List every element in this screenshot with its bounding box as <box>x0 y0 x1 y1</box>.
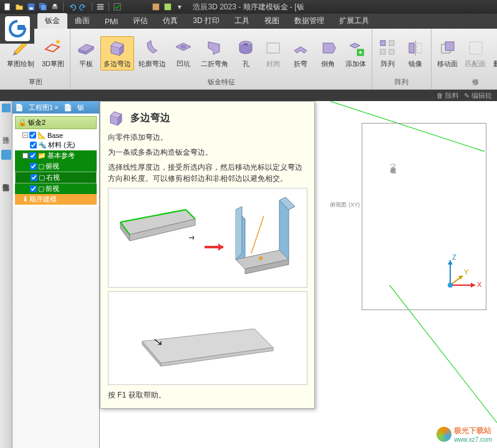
redo-icon[interactable] <box>79 2 89 12</box>
group-sketch-label: 草图 <box>29 76 42 88</box>
undo-icon[interactable] <box>67 2 77 12</box>
svg-text:X: X <box>477 281 482 288</box>
config1-icon[interactable] <box>151 2 161 12</box>
svg-rect-2 <box>29 7 32 10</box>
sketch3d-button[interactable]: 3D草图 <box>39 36 67 71</box>
quick-access-toolbar: ▾ <box>2 2 185 12</box>
tree-item[interactable]: 🔩材料 (无) <box>15 140 97 150</box>
edit-icon[interactable]: ✎ 编辑轮 <box>464 91 492 100</box>
tree-body: 🔒钣金2 −📐Base 🔩材料 (无) −📁基本参考 ▢俯视 ▢右视 ▢前视 ⬇… <box>12 114 99 207</box>
svg-rect-21 <box>389 49 394 54</box>
saveall-icon[interactable] <box>38 2 48 12</box>
svg-rect-16 <box>267 43 279 53</box>
tooltip-desc2: 为一条或多条边构造钣金弯边。 <box>108 147 307 158</box>
svg-point-42 <box>259 256 263 260</box>
svg-rect-11 <box>153 4 160 11</box>
tab-view[interactable]: 视图 <box>257 13 287 29</box>
deleteface-button[interactable]: 删除面 <box>490 36 497 71</box>
chamfer-button[interactable]: 倒角 <box>315 36 341 71</box>
app-logo[interactable] <box>5 16 30 41</box>
svg-marker-29 <box>471 283 475 288</box>
list-icon[interactable] <box>95 2 105 12</box>
svg-rect-7 <box>97 4 104 6</box>
twobend-button[interactable]: 二折弯角 <box>198 36 231 71</box>
axis-gizmo[interactable]: X Y Z <box>435 251 485 301</box>
save-icon[interactable] <box>26 2 36 12</box>
svg-point-37 <box>448 283 453 288</box>
mirror-button[interactable]: 镜像 <box>402 36 428 71</box>
pattern-button[interactable]: 阵列 <box>375 36 401 71</box>
tree-root[interactable]: 🔒钣金2 <box>15 116 97 129</box>
svg-point-15 <box>243 43 248 46</box>
group-feature-label: 钣金特征 <box>208 76 235 88</box>
tree-item[interactable]: −📁基本参考 <box>15 150 97 161</box>
tab-surface[interactable]: 曲面 <box>67 13 97 29</box>
tree-tab-sheetmetal[interactable]: 钣 <box>75 102 87 114</box>
open-icon[interactable] <box>14 2 24 12</box>
close-button[interactable]: 封闭 <box>260 36 286 71</box>
tooltip-panel: 多边弯边 向零件添加弯边。 为一条或多条边构造钣金弯边。 选择线性厚度边，接受所… <box>100 101 315 409</box>
group-modify-label: 修 <box>472 76 479 88</box>
sidebar-tree-icon[interactable] <box>2 104 11 112</box>
dimple-button[interactable]: 凹坑 <box>170 36 196 71</box>
tooltip-desc3: 选择线性厚度边，接受所选内容，然后移动光标以定义弯边方向和长度。可以修剪相邻边和… <box>108 162 307 184</box>
tab-flat-button[interactable]: 平板 <box>73 36 99 71</box>
multi-flange-button[interactable]: 多边弯边 <box>100 36 134 71</box>
config2-icon[interactable] <box>163 2 173 12</box>
tooltip-illustration-1 <box>108 188 307 288</box>
multi-flange-icon <box>108 109 125 127</box>
group-pattern-label: 阵列 <box>395 76 408 88</box>
tab-data[interactable]: 数据管理 <box>287 13 332 29</box>
svg-rect-8 <box>97 6 104 7</box>
group-feature: 平板 多边弯边 轮廓弯边 凹坑 二折弯角 孔 封闭 折弯 倒角 添加体 钣金特征 <box>70 29 372 89</box>
group-modify: 移动面 匹配面 删除面 修 <box>432 29 497 89</box>
svg-rect-19 <box>389 41 394 46</box>
svg-rect-10 <box>114 4 121 11</box>
svg-rect-18 <box>380 41 385 46</box>
ref-label-right: 右视图(Y) <box>389 163 397 171</box>
tree-item[interactable]: ⬇顺序建模 <box>15 194 97 205</box>
dropdown-icon[interactable]: ▾ <box>175 2 185 12</box>
svg-rect-27 <box>2 104 11 112</box>
sidebar-design-icon[interactable] <box>1 150 11 160</box>
titlebar: ▾ 浩辰3D 2023 - 顺序建模钣金 - [钣 <box>0 0 497 14</box>
tree-tabs: 📄 工程图1 × 📄 钣 <box>12 101 99 114</box>
tab-evaluate[interactable]: 评估 <box>125 13 155 29</box>
contour-flange-button[interactable]: 轮廓弯边 <box>135 36 169 71</box>
tree-item[interactable]: ▢前视 <box>15 183 97 194</box>
tab-sheetmetal[interactable]: 钣金 <box>37 13 67 29</box>
tab-3dprint[interactable]: 3D 打印 <box>185 13 227 29</box>
tooltip-footer: 按 F1 获取帮助。 <box>108 390 307 401</box>
tree-panel: 📄 工程图1 × 📄 钣 🔒钣金2 −📐Base 🔩材料 (无) −📁基本参考 … <box>12 101 100 448</box>
remove-icon[interactable]: 🗑 除料 <box>437 91 459 100</box>
tree-item[interactable]: ▢右视 <box>15 172 97 183</box>
svg-rect-0 <box>5 4 10 11</box>
svg-point-13 <box>180 45 186 49</box>
tree-tab-drawing[interactable]: 工程图1 × <box>26 102 61 114</box>
bend-button[interactable]: 折弯 <box>287 36 314 71</box>
tab-simulation[interactable]: 仿真 <box>155 13 185 29</box>
svg-text:Z: Z <box>452 253 456 261</box>
ribbon-body: 草图绘制 3D草图 草图 平板 多边弯边 轮廓弯边 凹坑 二折弯角 孔 封闭 折… <box>0 29 497 90</box>
tree-item[interactable]: −📐Base <box>15 130 97 140</box>
check-icon[interactable] <box>112 2 122 12</box>
moveface-button[interactable]: 移动面 <box>434 36 461 71</box>
svg-rect-20 <box>380 49 385 54</box>
tab-tools[interactable]: 工具 <box>227 13 257 29</box>
svg-rect-6 <box>53 4 56 7</box>
tab-pmi[interactable]: PMI <box>97 15 125 29</box>
svg-rect-25 <box>470 42 482 54</box>
new-icon[interactable] <box>2 2 12 12</box>
svg-rect-24 <box>445 42 454 51</box>
tab-extend[interactable]: 扩展工具 <box>332 13 377 29</box>
ribbon-tabs: 钣金 曲面 PMI 评估 仿真 3D 打印 工具 视图 数据管理 扩展工具 <box>0 14 497 29</box>
svg-rect-9 <box>97 9 104 10</box>
hole-button[interactable]: 孔 <box>233 36 259 71</box>
matchface-button[interactable]: 匹配面 <box>462 36 489 71</box>
print-icon[interactable] <box>50 2 60 12</box>
svg-marker-41 <box>218 243 223 251</box>
svg-marker-35 <box>448 260 453 265</box>
addbody-button[interactable]: 添加体 <box>342 36 369 71</box>
tree-item[interactable]: ▢俯视 <box>15 161 97 172</box>
tooltip-desc1: 向零件添加弯边。 <box>108 132 307 143</box>
